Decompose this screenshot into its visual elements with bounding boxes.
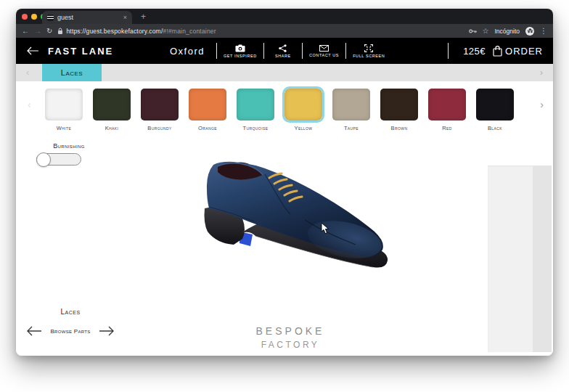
swatch-burgundy[interactable]: Burgundy [141,89,179,131]
part-navigation: Laces Browse Parts [26,308,115,336]
tab-laces[interactable]: Laces [42,64,102,81]
brand-logo[interactable]: FAST LANE [48,46,113,57]
swatch-chip[interactable] [476,89,514,121]
right-panel [488,166,552,352]
reload-icon[interactable]: ↻ [46,27,52,35]
part-tab-strip: ‹ Laces › [16,64,553,81]
swatch-label: Red [428,125,466,131]
new-tab-button[interactable]: + [141,12,146,22]
bookmark-star-icon[interactable]: ☆ [483,27,489,35]
swatch-label: Yellow [284,125,322,131]
swatch-chip[interactable] [428,89,466,121]
header-divider [448,43,449,59]
swatch-chip[interactable] [380,89,418,121]
swatch-label: Brown [380,125,418,131]
toggle-knob[interactable] [36,152,51,167]
price: 125€ [463,46,486,57]
shoe-3d-render[interactable] [196,142,414,287]
incognito-label: Incógnito [495,28,520,35]
browser-tab[interactable]: guest × [42,11,132,24]
url-text: https://guest.bespokefactory.com/#!#main… [66,28,216,35]
envelope-icon [319,45,329,52]
chrome-menu-icon[interactable]: ⋮ [540,27,547,35]
swatch-khaki[interactable]: Khaki [93,89,131,131]
full-screen-button[interactable]: FULL SCREEN [346,44,391,58]
swatch-red[interactable]: Red [428,89,466,131]
menu-item-label: GET INSPIRED [224,54,257,58]
swatches-prev-icon[interactable]: ‹ [28,99,31,110]
close-window-button[interactable] [22,14,28,20]
order-button[interactable]: ORDER [493,46,543,57]
contact-us-button[interactable]: CONTACT US [303,45,345,57]
next-part-arrow-icon[interactable] [99,326,115,336]
swatch-chip[interactable] [93,89,131,121]
menu-item-label: SHARE [275,54,291,58]
fullscreen-icon [364,44,373,52]
swatch-brown[interactable]: Brown [380,89,418,131]
browser-tab-bar: guest × + [16,9,553,24]
swatch-chip[interactable] [332,89,370,121]
url-fragment: #!#main_container [163,28,216,35]
header-menu: GET INSPIRED SHARE CONTACT US [217,43,391,59]
toolbar-right: ☆ Incógnito ⋮ [469,27,547,36]
burnishing-control: Burnishing [36,142,102,166]
swatch-label: Orange [189,125,226,131]
swatch-turquoise[interactable]: Turquoise [237,89,274,131]
color-swatch-bar: ‹ White Khaki Burgundy Orange Turquoise … [16,81,553,138]
swatch-chip[interactable] [237,89,274,121]
swatch-label: Burgundy [141,125,179,131]
tab-laces-label: Laces [61,68,83,77]
swatch-chip[interactable] [284,89,322,121]
back-icon[interactable]: ← [22,27,29,35]
swatch-yellow[interactable]: Yellow [284,89,322,131]
swatch-white[interactable]: White [45,89,83,131]
swatch-chip[interactable] [141,89,179,121]
swatch-black[interactable]: Black [476,89,514,131]
part-tabs-prev-icon[interactable]: ‹ [26,67,29,78]
swatch-list: White Khaki Burgundy Orange Turquoise Ye… [45,89,514,131]
swatch-label: Turquoise [237,125,274,131]
share-button[interactable]: SHARE [264,44,302,58]
menu-item-label: CONTACT US [309,53,339,57]
bespoke-factory-watermark: BESPOKE FACTORY [236,325,345,350]
swatch-label: Khaki [93,125,131,131]
current-part-label: Laces [26,308,115,316]
browser-toolbar: ← → ↻ https://guest.bespokefactory.com/#… [16,24,553,38]
key-icon[interactable] [469,28,477,34]
tab-close-icon[interactable]: × [123,15,127,21]
browse-parts-label: Browse Parts [50,328,90,335]
swatch-chip[interactable] [189,89,226,121]
mouse-cursor [321,222,329,234]
swatch-taupe[interactable]: Taupe [332,89,370,131]
order-label: ORDER [505,46,543,57]
minimize-window-button[interactable] [31,14,37,20]
previous-part-arrow-icon[interactable] [26,326,42,336]
burnishing-toggle[interactable] [36,153,81,166]
watermark-line1: BESPOKE [236,325,345,337]
camera-icon [235,44,245,52]
watermark-line2: FACTORY [236,340,345,350]
model-name: Oxford [170,46,205,57]
order-area: 125€ ORDER [448,43,543,59]
swatch-label: Taupe [332,125,370,131]
forward-icon[interactable]: → [34,27,41,35]
browser-window: guest × + ← → ↻ https://guest.bespokefac… [16,9,553,356]
swatch-label: Black [476,125,514,131]
app-back-icon[interactable] [26,46,39,55]
swatch-chip[interactable] [45,89,83,121]
part-tabs-next-icon[interactable]: › [540,67,543,78]
swatch-label: White [45,125,83,131]
swatch-orange[interactable]: Orange [189,89,226,131]
shopping-bag-icon [493,46,502,57]
get-inspired-button[interactable]: GET INSPIRED [217,44,263,58]
lock-icon [57,28,63,35]
tab-title: guest [57,14,120,21]
url-origin: https://guest.bespokefactory.com/ [66,28,163,35]
right-panel-scrollbar[interactable] [533,166,552,352]
burnishing-label: Burnishing [36,142,102,150]
address-bar[interactable]: https://guest.bespokefactory.com/#!#main… [57,28,463,35]
configurator-stage[interactable]: Burnishing [16,138,553,356]
incognito-icon [525,27,534,36]
swatches-next-icon[interactable]: › [540,99,544,110]
share-icon [279,44,287,52]
